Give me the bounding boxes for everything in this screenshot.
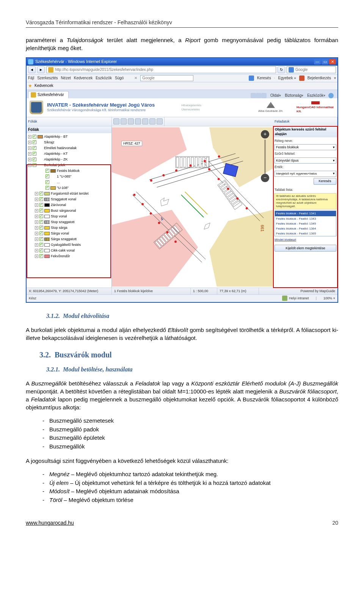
close-button[interactable] bbox=[329, 59, 336, 64]
layer-item[interactable]: +Szaggatott vonal bbox=[27, 197, 111, 202]
gt-more[interactable]: Egyebek » bbox=[278, 76, 296, 81]
browser-tab[interactable]: Székesfehérvár bbox=[28, 91, 69, 98]
mail-icon[interactable] bbox=[261, 93, 267, 98]
layer-item[interactable]: Festés blokkok bbox=[27, 168, 111, 174]
field-layer[interactable]: Festés blokkok▾ bbox=[275, 144, 336, 150]
layer-item[interactable]: 1 "U-085" bbox=[27, 174, 111, 179]
help-icon[interactable] bbox=[328, 93, 334, 98]
result-item[interactable]: Festés blokkok - FeatId: 1341 bbox=[275, 211, 336, 216]
expand-icon[interactable]: + bbox=[35, 243, 38, 247]
layer-item[interactable]: +Sárga vonal bbox=[27, 231, 111, 236]
results-list[interactable]: Festés blokkok - FeatId: 1341Festés blok… bbox=[275, 211, 336, 236]
info-icon[interactable] bbox=[157, 118, 163, 124]
layer-item[interactable]: "U-108" bbox=[27, 185, 111, 191]
measure-icon[interactable] bbox=[149, 118, 155, 124]
expand-icon[interactable]: + bbox=[35, 198, 38, 201]
layer-item[interactable]: +Síkrajz bbox=[27, 140, 111, 145]
feed-icon[interactable] bbox=[256, 93, 261, 98]
expand-icon[interactable]: + bbox=[28, 146, 31, 150]
layer-item[interactable]: -Burkolati jelek bbox=[27, 162, 111, 168]
map-canvas[interactable]: 661 4 HRSZ: 427 + − bbox=[112, 126, 273, 288]
minimize-button[interactable] bbox=[314, 59, 321, 64]
address-bar[interactable]: http://hc-toposrv/mapguide2011/Szekesfeh… bbox=[46, 66, 276, 73]
checkbox-icon[interactable] bbox=[39, 237, 43, 241]
layer-item[interactable]: +Záróvonal bbox=[27, 202, 111, 208]
home-icon[interactable] bbox=[251, 93, 256, 98]
back-button[interactable]: ◄ bbox=[28, 66, 36, 73]
result-item[interactable]: Festés blokkok - FeatId: 1364 bbox=[275, 226, 336, 231]
expand-icon[interactable]: + bbox=[35, 238, 38, 241]
checkbox-icon[interactable] bbox=[33, 146, 36, 150]
layer-item[interactable]: ... bbox=[27, 179, 111, 185]
expand-icon[interactable]: + bbox=[35, 232, 38, 235]
layer-item[interactable]: +Stop sárga bbox=[27, 225, 111, 231]
checkbox-icon[interactable] bbox=[39, 220, 43, 224]
expand-icon[interactable]: + bbox=[28, 135, 31, 138]
menu-fav[interactable]: Kedvencek bbox=[74, 76, 93, 81]
google-toolbar-box[interactable]: Google bbox=[140, 75, 193, 81]
checkbox-icon[interactable] bbox=[39, 203, 43, 207]
layer-item[interactable]: +Elméleti határvonalak bbox=[27, 145, 111, 151]
expand-icon[interactable]: + bbox=[28, 158, 31, 161]
checkbox-icon[interactable] bbox=[39, 214, 43, 218]
checkbox-icon[interactable] bbox=[46, 169, 49, 173]
pan-icon[interactable] bbox=[135, 118, 141, 124]
expand-icon[interactable]: + bbox=[35, 220, 38, 224]
checkbox-icon[interactable] bbox=[39, 209, 43, 212]
layer-item[interactable]: +Stop vonal bbox=[27, 214, 111, 219]
forward-button[interactable]: ► bbox=[37, 66, 45, 73]
footer-link[interactable]: www.hungarocad.hu bbox=[26, 519, 74, 527]
layer-list[interactable]: +Alaptérkép - BT+Síkrajz+Elméleti határv… bbox=[27, 133, 111, 288]
expand-icon[interactable]: + bbox=[35, 203, 38, 207]
star-icon[interactable]: ★ bbox=[28, 83, 32, 89]
maximize-button[interactable] bbox=[322, 59, 328, 64]
checkbox-icon[interactable] bbox=[46, 180, 49, 184]
expand-icon[interactable]: + bbox=[35, 215, 38, 218]
browser-search[interactable]: Google bbox=[287, 66, 336, 73]
checkbox-icon[interactable] bbox=[33, 135, 36, 138]
checkbox-icon[interactable] bbox=[39, 243, 43, 247]
menu-tools[interactable]: Eszközök bbox=[96, 76, 112, 81]
layer-item[interactable]: +Busz sárgavonal bbox=[27, 208, 111, 214]
expand-icon[interactable]: + bbox=[35, 209, 38, 212]
result-item[interactable]: Festés blokkok - FeatId: 1345 bbox=[275, 221, 336, 226]
field-filter[interactable]: Könyvtári típus▾ bbox=[275, 157, 336, 164]
result-item[interactable]: Festés blokkok - FeatId: 1343 bbox=[275, 216, 336, 221]
view-selected-button[interactable]: Kijelölt elem megtekintése bbox=[275, 245, 336, 252]
select-all-link[interactable]: Mindet kiválaszt bbox=[275, 238, 336, 242]
expand-icon[interactable]: - bbox=[28, 164, 31, 167]
layer-item[interactable]: +Fekvőrendőr bbox=[27, 253, 111, 259]
tab-security[interactable]: Biztonság bbox=[285, 93, 301, 98]
zoom-out-button[interactable]: − bbox=[261, 174, 269, 182]
expand-icon[interactable]: + bbox=[35, 226, 38, 230]
expand-icon[interactable]: + bbox=[35, 255, 38, 258]
zoom-extent-icon[interactable] bbox=[128, 118, 134, 124]
refresh-button[interactable]: ↻ bbox=[278, 66, 285, 73]
layer-item[interactable]: +Cikk-cakk vonal bbox=[27, 248, 111, 253]
expand-icon[interactable]: + bbox=[28, 141, 31, 144]
checkbox-icon[interactable] bbox=[33, 152, 36, 156]
tab-tools[interactable]: Eszközök bbox=[307, 93, 323, 98]
checkbox-icon[interactable] bbox=[39, 197, 43, 201]
checkbox-icon[interactable] bbox=[46, 175, 49, 178]
expand-icon[interactable]: + bbox=[28, 152, 31, 156]
layer-item[interactable]: +Forgalomtól elzárt terület bbox=[27, 191, 111, 197]
zoom-in-button[interactable]: + bbox=[261, 130, 269, 138]
expand-icon[interactable]: + bbox=[35, 249, 38, 252]
tab-page[interactable]: Oldal bbox=[270, 93, 279, 98]
select-icon[interactable] bbox=[142, 118, 148, 124]
checkbox-icon[interactable] bbox=[33, 140, 36, 144]
gt-search[interactable]: Keresés bbox=[257, 76, 271, 81]
layer-item[interactable]: +Stop szaggatott bbox=[27, 219, 111, 225]
menu-file[interactable]: Fájl bbox=[28, 76, 34, 81]
menu-view[interactable]: Nézet bbox=[61, 76, 71, 81]
search-button[interactable]: Keresés bbox=[314, 178, 336, 185]
layer-item[interactable]: +Gyalogátkelő festés bbox=[27, 242, 111, 248]
layer-item[interactable]: +Alaptérkép - ZK bbox=[27, 157, 111, 162]
checkbox-icon[interactable] bbox=[33, 157, 36, 161]
checkbox-icon[interactable] bbox=[33, 163, 36, 167]
checkbox-icon[interactable] bbox=[39, 192, 43, 195]
layer-item[interactable]: +Sárga szaggatott bbox=[27, 236, 111, 242]
favorites-label[interactable]: Kedvencek bbox=[35, 83, 53, 88]
banner-link[interactable]: Ütemezetelés bbox=[181, 107, 201, 112]
